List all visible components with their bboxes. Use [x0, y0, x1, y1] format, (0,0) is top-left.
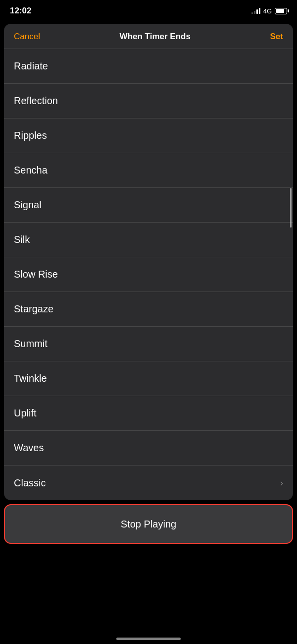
list-item-slow-rise[interactable]: Slow Rise — [4, 257, 293, 292]
modal-header: Cancel When Timer Ends Set — [4, 24, 293, 49]
modal-title: When Timer Ends — [120, 32, 191, 42]
stop-playing-label: Stop Playing — [121, 519, 176, 530]
stop-playing-container: Stop Playing — [4, 504, 293, 544]
battery-icon — [275, 8, 287, 14]
modal-container: Cancel When Timer Ends Set Radiate Refle… — [4, 24, 293, 500]
set-button[interactable]: Set — [270, 32, 283, 42]
list-item-uplift[interactable]: Uplift — [4, 396, 293, 431]
status-icons: 4G — [251, 7, 287, 15]
list-item-signal[interactable]: Signal — [4, 188, 293, 223]
status-time: 12:02 — [10, 6, 31, 16]
list-item-classic[interactable]: Classic › — [4, 466, 293, 500]
ringtone-list: Radiate Reflection Ripples Sencha Signal… — [4, 49, 293, 500]
list-item-waves[interactable]: Waves — [4, 431, 293, 466]
signal-icon — [251, 8, 260, 14]
list-item-silk[interactable]: Silk — [4, 223, 293, 257]
status-bar: 12:02 4G — [0, 0, 297, 22]
chevron-right-icon: › — [280, 478, 283, 488]
network-label: 4G — [263, 7, 272, 15]
stop-playing-button[interactable]: Stop Playing — [4, 504, 293, 544]
list-item-radiate[interactable]: Radiate — [4, 49, 293, 84]
scrollbar[interactable] — [290, 188, 292, 228]
list-item-twinkle[interactable]: Twinkle — [4, 361, 293, 396]
home-indicator — [116, 638, 181, 640]
list-item-stargaze[interactable]: Stargaze — [4, 292, 293, 327]
list-item-sencha[interactable]: Sencha — [4, 153, 293, 188]
list-item-ripples[interactable]: Ripples — [4, 118, 293, 153]
list-item-summit[interactable]: Summit — [4, 327, 293, 361]
cancel-button[interactable]: Cancel — [14, 32, 40, 42]
list-item-reflection[interactable]: Reflection — [4, 84, 293, 118]
